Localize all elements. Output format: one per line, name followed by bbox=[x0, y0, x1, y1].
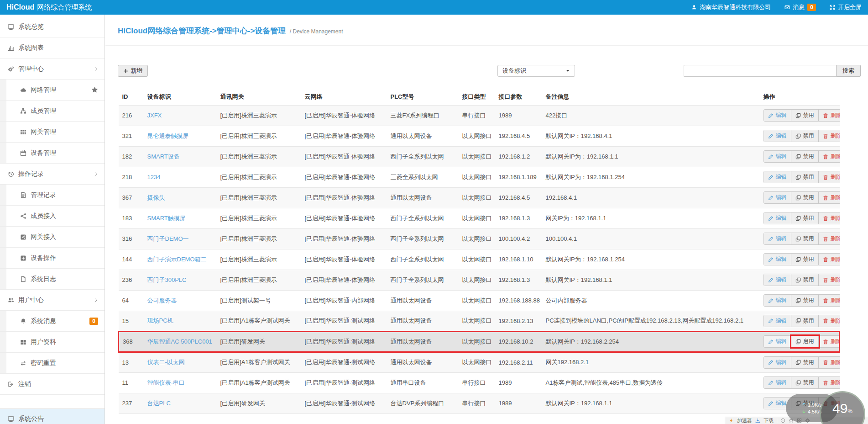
sidebar-item-操作记录[interactable]: 操作记录 bbox=[0, 164, 105, 185]
cell-interface-param: 192.168.4.5 bbox=[495, 187, 542, 208]
sidebar-item-用户资料[interactable]: 用户资料 bbox=[0, 332, 105, 353]
toggle-enable-button[interactable]: 禁用 bbox=[791, 151, 819, 162]
sidebar-item-设备管理[interactable]: 设备管理 bbox=[0, 143, 105, 164]
cell-empty bbox=[119, 413, 144, 424]
edit-button[interactable]: 编辑 bbox=[764, 110, 791, 121]
sidebar-item-成员接入[interactable]: 成员接入 bbox=[0, 206, 105, 227]
device-name-link[interactable]: SMART触摸屏 bbox=[144, 208, 217, 228]
edit-button[interactable]: 编辑 bbox=[764, 254, 791, 265]
cell-actions: 编辑禁用删除 bbox=[760, 228, 840, 249]
search-input[interactable] bbox=[684, 65, 836, 77]
delete-button[interactable]: 删除 bbox=[819, 171, 840, 183]
edit-button[interactable]: 编辑 bbox=[764, 357, 791, 368]
edit-button[interactable]: 编辑 bbox=[764, 171, 791, 183]
sidebar-item-网关管理[interactable]: 网关管理 bbox=[0, 122, 105, 143]
cell-interface-type: 以太网接口 bbox=[459, 228, 495, 249]
fullscreen-button[interactable]: 开启全屏 bbox=[830, 3, 862, 11]
delete-button[interactable]: 删除 bbox=[819, 151, 840, 162]
device-name-link[interactable]: 西门子DEMO一 bbox=[144, 228, 217, 249]
device-name-link[interactable]: 现场PC机 bbox=[144, 311, 217, 331]
delete-button[interactable]: 删除 bbox=[819, 233, 840, 244]
device-name-link[interactable]: 仪表二-以太网 bbox=[144, 352, 217, 372]
delete-button[interactable]: 删除 bbox=[819, 192, 840, 203]
delete-button[interactable]: 删除 bbox=[819, 110, 840, 121]
delete-button[interactable]: 删除 bbox=[819, 254, 840, 265]
edit-button[interactable]: 编辑 bbox=[764, 336, 791, 347]
cell-interface-param: 1989 bbox=[495, 393, 542, 413]
device-name-link[interactable]: 昆仑通泰触摸屏 bbox=[144, 126, 217, 146]
toggle-enable-button[interactable]: 禁用 bbox=[791, 377, 819, 388]
sidebar-item-系统公告[interactable]: 系统公告 bbox=[0, 408, 105, 424]
edit-button[interactable]: 编辑 bbox=[764, 295, 791, 306]
edit-button[interactable]: 编辑 bbox=[764, 192, 791, 203]
edit-icon bbox=[768, 318, 774, 323]
sidebar-item-网关接入[interactable]: 网关接入 bbox=[0, 227, 105, 248]
clock-icon[interactable] bbox=[780, 418, 785, 423]
device-name-link[interactable]: 华辰智通AC 500PLC001 bbox=[144, 331, 217, 352]
sidebar-item-管理记录[interactable]: 管理记录 bbox=[0, 185, 105, 206]
toggle-enable-button[interactable]: 禁用 bbox=[791, 254, 819, 265]
search-button[interactable]: 搜索 bbox=[836, 65, 861, 77]
table-row-321: 321昆仑通泰触摸屏[已启用]株洲三菱演示[已启用]华辰智通-体验网络通用以太网… bbox=[119, 126, 840, 146]
device-name-link[interactable]: 1234 bbox=[144, 167, 217, 187]
sidebar-item-管理中心[interactable]: 管理中心 bbox=[0, 58, 105, 80]
toggle-enable-button[interactable]: 禁用 bbox=[791, 315, 819, 327]
device-name-link[interactable]: 台达PLC bbox=[144, 393, 217, 413]
edit-button[interactable]: 编辑 bbox=[764, 130, 791, 142]
device-name-link[interactable]: 智能仪表-串口 bbox=[144, 372, 217, 393]
toggle-enable-button[interactable]: 禁用 bbox=[791, 110, 819, 121]
sidebar-item-设备操作[interactable]: 设备操作 bbox=[0, 248, 105, 269]
delete-button[interactable]: 删除 bbox=[819, 357, 840, 368]
edit-button[interactable]: 编辑 bbox=[764, 274, 791, 286]
device-name-link[interactable]: 摄像头 bbox=[144, 187, 217, 208]
delete-button[interactable]: 删除 bbox=[819, 274, 840, 286]
toggle-enable-button[interactable]: 禁用 bbox=[791, 192, 819, 203]
device-name-link[interactable]: JXFX bbox=[144, 105, 217, 126]
sidebar-item-系统消息[interactable]: 系统消息0 bbox=[0, 311, 105, 332]
sidebar-item-系统图表[interactable]: 系统图表 bbox=[0, 37, 105, 58]
toggle-enable-button[interactable]: 禁用 bbox=[791, 130, 819, 142]
device-name-link[interactable]: 公司服务器 bbox=[144, 290, 217, 311]
cell-remark: 默认网关IP为：192.168.1.254 bbox=[542, 167, 760, 187]
toggle-enable-button[interactable]: 禁用 bbox=[791, 295, 819, 306]
sidebar-item-密码重置[interactable]: 密码重置 bbox=[0, 353, 105, 374]
toggle-enable-button[interactable]: 禁用 bbox=[791, 212, 819, 224]
delete-button[interactable]: 删除 bbox=[819, 212, 840, 224]
sidebar-item-系统总览[interactable]: 系统总览 bbox=[0, 16, 105, 37]
cell-interface-type: 以太网接口 bbox=[459, 126, 495, 146]
device-name-link[interactable]: 西门子演示DEMO箱二 bbox=[144, 249, 217, 270]
delete-button[interactable]: 删除 bbox=[819, 377, 840, 388]
delete-button[interactable]: 删除 bbox=[819, 295, 840, 306]
device-name-link[interactable]: SMART设备 bbox=[144, 146, 217, 167]
cell-interface-param: 192.168.1.3 bbox=[495, 208, 542, 228]
download-label[interactable]: 下载 bbox=[763, 417, 774, 424]
edit-button[interactable]: 编辑 bbox=[764, 212, 791, 224]
cell-id: 368 bbox=[119, 331, 144, 352]
accelerator-label[interactable]: 加速器 bbox=[737, 417, 752, 424]
toggle-enable-button[interactable]: 禁用 bbox=[791, 233, 819, 244]
sidebar-item-用户中心[interactable]: 用户中心 bbox=[0, 290, 105, 311]
company-account[interactable]: 湖南华辰智通科技有限公司 bbox=[691, 3, 771, 11]
sidebar-item-网络管理[interactable]: 网络管理 bbox=[0, 80, 105, 101]
sidebar-item-成员管理[interactable]: 成员管理 bbox=[0, 101, 105, 122]
filter-field-select[interactable]: 设备标识 bbox=[497, 65, 575, 77]
toggle-enable-button[interactable]: 禁用 bbox=[791, 274, 819, 286]
edit-button[interactable]: 编辑 bbox=[764, 377, 791, 388]
cell-plc-model: 台达DVP系列编程口 bbox=[387, 393, 459, 413]
sidebar-item-系统日志[interactable]: 系统日志 bbox=[0, 269, 105, 290]
toggle-enable-button[interactable]: 禁用 bbox=[791, 171, 819, 183]
sidebar-item-label: 密码重置 bbox=[31, 359, 56, 367]
messages-menu[interactable]: 消息 0 bbox=[784, 3, 816, 11]
trash-icon bbox=[823, 298, 828, 303]
delete-button[interactable]: 删除 bbox=[819, 336, 840, 347]
edit-button[interactable]: 编辑 bbox=[764, 233, 791, 244]
device-name-link[interactable]: 西门子300PLC bbox=[144, 270, 217, 290]
toggle-enable-button[interactable]: 启用 bbox=[791, 336, 819, 347]
add-device-button[interactable]: 新增 bbox=[118, 65, 148, 77]
edit-button[interactable]: 编辑 bbox=[764, 151, 791, 162]
delete-button[interactable]: 删除 bbox=[819, 130, 840, 142]
sidebar-item-注销[interactable]: 注销 bbox=[0, 374, 105, 395]
edit-button[interactable]: 编辑 bbox=[764, 315, 791, 327]
toggle-enable-button[interactable]: 禁用 bbox=[791, 357, 819, 368]
delete-button[interactable]: 删除 bbox=[819, 315, 840, 327]
